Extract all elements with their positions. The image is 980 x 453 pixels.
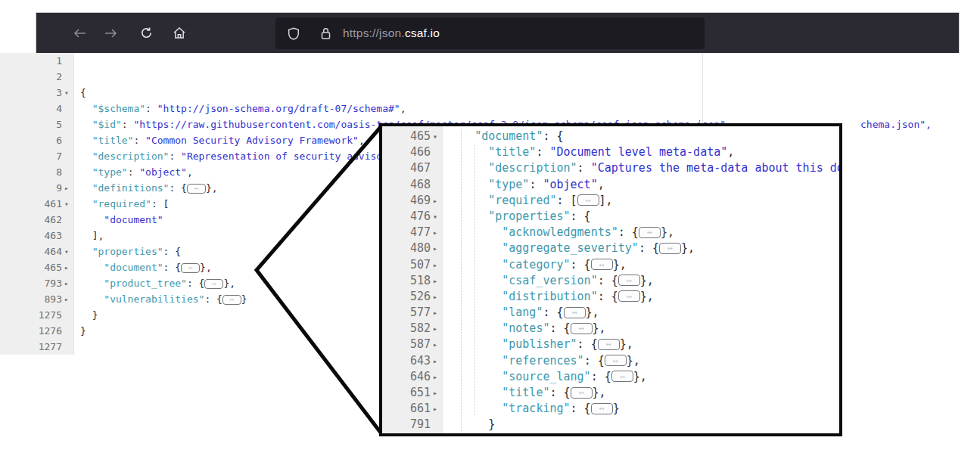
collapsed-content-pill[interactable]: ↔ — [639, 227, 661, 238]
fold-toggle-icon[interactable]: ▸ — [432, 401, 443, 417]
code-text: "distribution": {↔}, — [443, 289, 654, 305]
collapsed-content-pill[interactable]: ↔ — [571, 323, 593, 334]
code-token — [80, 214, 104, 225]
fold-toggle-icon[interactable]: ▾ — [64, 244, 73, 259]
code-token — [447, 145, 488, 159]
line-number: 1275 — [0, 307, 64, 323]
code-token: "aggregate_severity" — [502, 241, 639, 255]
fold-toggle-icon[interactable]: ▾ — [432, 209, 443, 225]
line-number: 526 — [382, 289, 432, 305]
collapsed-content-pill[interactable]: ↔ — [564, 307, 586, 318]
fold-toggle-icon[interactable]: ▸ — [432, 193, 443, 209]
collapsed-content-pill[interactable]: ↔ — [591, 259, 613, 270]
collapsed-content-pill[interactable]: ↔ — [222, 295, 241, 305]
collapsed-content-pill[interactable]: ↔ — [591, 403, 613, 414]
lock-icon[interactable] — [319, 26, 332, 40]
fold-toggle-icon[interactable]: ▸ — [64, 180, 73, 196]
code-text: "title": "Document level meta-data", — [443, 144, 734, 160]
browser-toolbar: https://json.csaf.io — [36, 12, 960, 53]
reload-button[interactable] — [138, 26, 154, 41]
code-token — [447, 241, 502, 255]
code-line: 476▾ "properties": { — [382, 209, 839, 225]
code-token — [80, 246, 92, 257]
fold-toggle-icon[interactable]: ▸ — [432, 369, 443, 385]
forward-button[interactable] — [103, 26, 118, 41]
code-token — [447, 209, 488, 223]
code-token: "Document level meta-data" — [549, 145, 727, 159]
code-text: "definitions": {↔}, — [74, 180, 218, 196]
code-token: : { — [204, 293, 222, 305]
code-token: "category" — [502, 258, 570, 271]
code-token: "source_lang" — [502, 370, 590, 383]
collapsed-content-pill[interactable]: ↔ — [181, 263, 200, 273]
code-line: 582▸ "notes": {↔}, — [382, 321, 839, 337]
code-token — [80, 135, 92, 146]
code-text: "description": "Captures the meta-data a… — [443, 160, 842, 176]
line-gutter: 646▸ — [382, 369, 443, 385]
tracking-shield-icon[interactable] — [287, 26, 300, 40]
code-token — [447, 274, 502, 287]
collapsed-content-pill[interactable]: ↔ — [577, 194, 599, 206]
line-gutter: 1277 — [0, 339, 74, 355]
fold-toggle-icon[interactable]: ▸ — [432, 337, 443, 352]
code-line: 465▾ "document": { — [382, 129, 839, 144]
code-line: 646▸ "source_lang": {↔}, — [382, 369, 839, 385]
line-gutter: 5 — [0, 116, 74, 132]
fold-toggle-icon[interactable]: ▾ — [64, 85, 73, 101]
back-arrow-icon — [73, 27, 87, 39]
collapsed-content-pill[interactable]: ↔ — [611, 371, 633, 382]
line-gutter: 6 — [0, 132, 74, 148]
collapsed-content-pill[interactable]: ↔ — [659, 243, 681, 254]
collapsed-content-pill[interactable]: ↔ — [187, 184, 206, 194]
code-line: 661▸ "tracking": {↔} — [382, 401, 839, 417]
fold-toggle-icon[interactable]: ▸ — [64, 259, 73, 275]
fold-toggle-icon[interactable]: ▸ — [64, 291, 73, 307]
line-gutter: 526▸ — [382, 289, 443, 305]
collapsed-content-pill[interactable]: ↔ — [605, 355, 627, 366]
line5-visible-tail: chema.json", — [860, 116, 932, 132]
collapsed-content-pill[interactable]: ↔ — [571, 387, 593, 399]
fold-toggle-icon[interactable]: ▸ — [432, 225, 443, 240]
fold-toggle-icon[interactable]: ▸ — [432, 321, 443, 337]
code-text: "source_lang": {↔}, — [443, 369, 647, 385]
code-token: , — [727, 145, 734, 159]
line-number: 518 — [382, 273, 432, 289]
fold-toggle-icon[interactable]: ▸ — [432, 257, 443, 273]
code-token: , — [187, 166, 193, 178]
fold-toggle-icon[interactable]: ▸ — [432, 353, 443, 369]
code-line: 466 "title": "Document level meta-data", — [382, 144, 839, 160]
line-number: 3 — [0, 85, 64, 101]
collapsed-content-pill[interactable]: ↔ — [204, 279, 223, 289]
code-token: : — [529, 178, 543, 191]
fold-toggle-icon[interactable]: ▸ — [432, 385, 443, 401]
code-token — [80, 103, 92, 114]
line-gutter: 651▸ — [382, 385, 443, 401]
code-token: , — [400, 103, 406, 114]
code-line: 468 "type": "object", — [382, 177, 839, 193]
code-text: "vulnerabilities": {↔} — [74, 291, 247, 307]
fold-toggle-icon[interactable]: ▸ — [432, 289, 443, 305]
back-button[interactable] — [73, 26, 88, 41]
collapsed-content-pill[interactable]: ↔ — [618, 290, 640, 302]
collapsed-content-pill[interactable]: ↔ — [598, 339, 620, 350]
code-line: 526▸ "distribution": {↔}, — [382, 289, 839, 305]
code-text: "required": [ — [74, 196, 169, 212]
home-button[interactable] — [172, 26, 187, 41]
url-bar[interactable]: https://json.csaf.io — [275, 17, 705, 49]
fold-toggle-icon[interactable]: ▸ — [432, 240, 443, 256]
fold-toggle-icon[interactable]: ▾ — [432, 129, 443, 144]
fold-toggle-icon[interactable]: ▸ — [432, 273, 443, 289]
code-line: 2 — [0, 69, 980, 85]
line-gutter: 643▸ — [382, 353, 443, 369]
code-token: "required" — [92, 198, 151, 209]
code-token: { — [80, 87, 86, 98]
code-token: : — [536, 145, 549, 159]
fold-toggle-icon[interactable]: ▸ — [432, 305, 443, 321]
collapsed-content-pill[interactable]: ↔ — [618, 275, 640, 286]
code-text: "product_tree": {↔}, — [74, 275, 235, 291]
line-gutter: 582▸ — [382, 321, 443, 337]
fold-toggle-icon[interactable]: ▸ — [64, 275, 73, 291]
code-text: "type": "object", — [74, 164, 193, 180]
code-token: }, — [640, 274, 654, 287]
fold-toggle-icon[interactable]: ▾ — [64, 196, 73, 212]
